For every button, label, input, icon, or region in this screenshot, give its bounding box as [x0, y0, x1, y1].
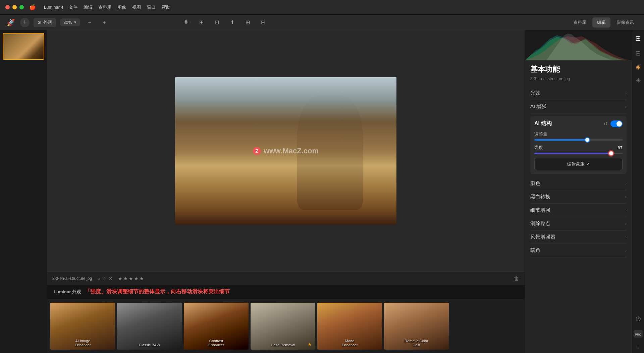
section-vignette[interactable]: 暗角 › [530, 244, 627, 257]
menu-library[interactable]: 资料库 [98, 4, 111, 10]
share-icon[interactable]: ⬆ [227, 17, 238, 28]
section-landscape[interactable]: 风景增强器 › [530, 231, 627, 244]
palette-icon[interactable]: ◉ [636, 64, 641, 70]
slider-adjust-thumb[interactable] [585, 137, 590, 143]
section-noise[interactable]: 消除噪点 › [530, 217, 627, 231]
slider-intensity-value: 87 [618, 145, 623, 150]
compare-icon[interactable]: ⊞ [196, 17, 207, 28]
apple-icon: 🍎 [29, 4, 36, 10]
tab-library[interactable]: 资料库 [569, 17, 591, 28]
minimize-button[interactable] [12, 5, 17, 9]
slider-adjust-fill [534, 139, 587, 141]
menu-window[interactable]: 窗口 [147, 4, 156, 10]
preset-haze-removal[interactable]: Haze Removal ★ [251, 303, 315, 350]
slider-intensity: 强度 87 [534, 145, 623, 154]
zoom-in-button[interactable]: + [99, 17, 110, 28]
grid-icon[interactable]: ⊞ [243, 17, 253, 28]
right-panel: 基本功能 8-3-en-ai-structure.jpg 光效 › AI 增强 … [525, 30, 632, 353]
zoom-out-button[interactable]: − [84, 17, 95, 28]
preset-ai-image-enhancer[interactable]: AI ImageEnhancer [50, 303, 115, 350]
ai-structure-actions: ↺ [604, 120, 623, 127]
preset-remove-color-cast[interactable]: Remove ColorCast [384, 303, 449, 350]
crop-icon[interactable]: ⊡ [212, 17, 222, 28]
appearance-button[interactable]: ⊙ 外观 [34, 18, 56, 27]
right-icon-bar: ⊞ ⊟ ◉ ☀ ◷ PRO ··· [632, 30, 644, 353]
section-color[interactable]: 颜色 › [530, 177, 627, 190]
heart-rating[interactable]: ♡ [102, 276, 107, 281]
histogram-chart [525, 30, 632, 60]
sun-icon[interactable]: ☀ [636, 77, 641, 84]
preset-contrast-enhancer[interactable]: ContrastEnhancer [184, 303, 249, 350]
ai-structure-toggle[interactable] [610, 120, 623, 127]
section-detail[interactable]: 细节增强 › [530, 204, 627, 217]
rating-icons: ○ ♡ ✕ [97, 276, 112, 281]
slider-adjust-amount: 调整量 [534, 131, 623, 141]
rocket-icon[interactable]: 🚀 [5, 17, 16, 28]
tab-edit[interactable]: 编辑 [592, 17, 610, 28]
edit-mask-button[interactable]: 编辑蒙版 ∨ [534, 158, 623, 170]
slider-intensity-label: 强度 [534, 145, 543, 151]
zoom-control: 80% ▼ [60, 18, 80, 26]
circle-rating[interactable]: ○ [97, 276, 100, 281]
preset-label-1: AI ImageEnhancer [50, 339, 115, 347]
menu-file[interactable]: 文件 [69, 4, 77, 10]
menu-view[interactable]: 视图 [132, 4, 141, 10]
photo-area: Z www.MacZ.com › [47, 30, 525, 271]
ai-structure-header: AI 结构 ↺ [534, 120, 623, 127]
star-2[interactable]: ★ [123, 276, 128, 281]
titlebar: 🍎 Luminar 4 文件 编辑 资料库 图像 视图 窗口 帮助 [0, 0, 644, 15]
menu-edit[interactable]: 编辑 [84, 4, 92, 10]
slider-intensity-thumb[interactable] [608, 151, 614, 156]
preset-label-3: ContrastEnhancer [184, 339, 249, 347]
caption-app: Luminar 外观 [54, 289, 81, 294]
caption-bar: Luminar 外观 「强度」滑块调整细节的整体显示，向右移动滑块将突出细节 [47, 285, 525, 299]
slider-adjust-track[interactable] [534, 139, 623, 141]
trash-icon[interactable]: 🗑 [514, 275, 519, 282]
section-bw-label: 黑白转换 [530, 194, 550, 200]
preset-star-4[interactable]: ★ [308, 342, 312, 347]
more-icon[interactable]: ··· [636, 346, 641, 349]
ai-structure-section: AI 结构 ↺ 调整量 [530, 116, 627, 174]
preset-classic-bw[interactable]: Classic B&W [117, 303, 182, 350]
star-3[interactable]: ★ [129, 276, 133, 281]
section-ai-enhance-label: AI 增强 [530, 103, 546, 110]
zoom-level: 80% [63, 20, 72, 25]
pro-badge: PRO [634, 330, 643, 338]
star-5[interactable]: ★ [140, 276, 144, 281]
adjustments-icon[interactable]: ⊟ [635, 49, 641, 57]
zoom-dropdown-icon: ▼ [73, 20, 77, 24]
layers-icon[interactable]: ⊞ [635, 34, 641, 42]
histogram [525, 30, 632, 60]
eye-icon[interactable]: 👁 [181, 17, 192, 28]
star-1[interactable]: ★ [118, 276, 122, 281]
panel-content: 基本功能 8-3-en-ai-structure.jpg 光效 › AI 增强 … [525, 60, 632, 353]
menu-bar: 文件 编辑 资料库 图像 视图 窗口 帮助 [69, 4, 170, 10]
reject-rating[interactable]: ✕ [109, 276, 113, 281]
file-name-label: 8-3-en-ai-structure.jpg [52, 276, 92, 281]
add-button[interactable]: + [20, 18, 30, 27]
section-color-label: 颜色 [530, 180, 540, 187]
ai-structure-title: AI 结构 [534, 120, 552, 127]
close-button[interactable] [5, 5, 10, 9]
traffic-lights [5, 5, 24, 9]
preset-mood-enhancer[interactable]: MoodEnhancer [317, 303, 382, 350]
section-ai-enhance[interactable]: AI 增强 › [530, 100, 627, 113]
star-rating[interactable]: ★ ★ ★ ★ ★ [118, 276, 144, 281]
section-vignette-chevron: › [625, 248, 627, 253]
left-filmstrip [0, 30, 47, 353]
clock-icon[interactable]: ◷ [636, 315, 641, 322]
undo-icon[interactable]: ↺ [604, 121, 608, 127]
menu-help[interactable]: 帮助 [162, 4, 170, 10]
window-icon[interactable]: ⊟ [258, 17, 269, 28]
star-4[interactable]: ★ [134, 276, 139, 281]
fullscreen-button[interactable] [19, 5, 24, 9]
menu-image[interactable]: 图像 [117, 4, 126, 10]
tab-info[interactable]: 影像资讯 [612, 17, 639, 28]
appearance-icon: ⊙ [38, 20, 41, 25]
section-noise-label: 消除噪点 [530, 220, 550, 227]
thumbnail-selected[interactable] [3, 33, 44, 60]
section-light[interactable]: 光效 › [530, 87, 627, 100]
section-bw[interactable]: 黑白转换 › [530, 190, 627, 204]
slider-intensity-track[interactable] [534, 153, 623, 154]
section-ai-enhance-chevron: › [625, 104, 627, 109]
